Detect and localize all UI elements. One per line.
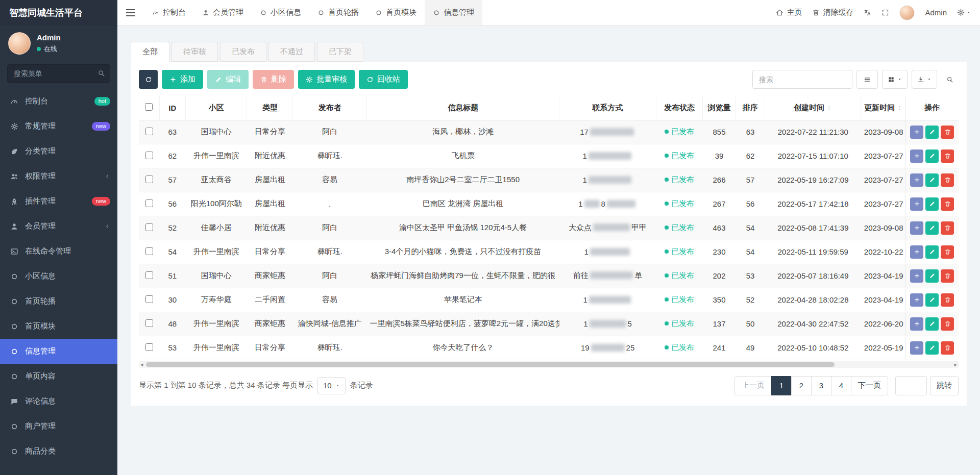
row-edit-button[interactable] <box>925 269 939 283</box>
row-checkbox[interactable] <box>145 271 153 279</box>
sidebar-item[interactable]: 小区信息 <box>0 264 117 289</box>
row-delete-button[interactable] <box>941 126 954 139</box>
settings-button[interactable] <box>957 9 971 16</box>
add-button[interactable]: 添加 <box>162 70 203 89</box>
filter-tab[interactable]: 已发布 <box>220 42 266 62</box>
sidebar-item[interactable]: 控制台hot <box>0 89 117 114</box>
topnav-tab[interactable]: 首页模块 <box>367 0 425 25</box>
row-edit-button[interactable] <box>925 293 939 307</box>
refresh-button[interactable] <box>139 70 158 89</box>
filter-tab[interactable]: 不通过 <box>268 42 315 62</box>
sidebar-item[interactable]: 信息管理 <box>0 339 117 364</box>
select-all-checkbox[interactable] <box>145 103 153 111</box>
row-detail-button[interactable] <box>910 197 923 211</box>
topnav-tab[interactable]: 首页轮播 <box>309 0 367 25</box>
prev-page-button[interactable]: 上一页 <box>734 376 772 395</box>
topnav-tab[interactable]: 会员管理 <box>194 0 252 25</box>
row-edit-button[interactable] <box>925 197 939 211</box>
fullscreen-button[interactable] <box>881 9 889 16</box>
sidebar-item[interactable]: 常规管理new <box>0 114 117 139</box>
row-delete-button[interactable] <box>941 293 954 307</box>
topnav-tab[interactable]: 小区信息 <box>252 0 309 25</box>
sidebar-item[interactable]: 会员管理 <box>0 214 117 239</box>
row-edit-button[interactable] <box>925 126 939 139</box>
row-checkbox[interactable] <box>145 176 153 183</box>
row-detail-button[interactable] <box>910 221 923 235</box>
edit-button[interactable]: 编辑 <box>207 70 249 89</box>
scrollbar-thumb[interactable] <box>146 362 835 367</box>
row-edit-button[interactable] <box>925 149 939 163</box>
menu-toggle-button[interactable] <box>117 0 144 26</box>
page-size-dropdown[interactable]: 10 <box>317 377 346 394</box>
row-delete-button[interactable] <box>941 269 954 283</box>
next-page-button[interactable]: 下一页 <box>851 376 888 395</box>
row-detail-button[interactable] <box>910 269 923 283</box>
sidebar-item[interactable]: 首页轮播 <box>0 289 117 314</box>
search-toggle-button[interactable] <box>941 70 959 89</box>
clear-cache-link[interactable]: 清除缓存 <box>812 8 853 17</box>
row-delete-button[interactable] <box>941 341 954 355</box>
sidebar-item[interactable]: 分类管理 <box>0 139 117 164</box>
sidebar-item[interactable]: 插件管理new <box>0 189 117 214</box>
filter-tab[interactable]: 待审核 <box>172 42 218 62</box>
row-delete-button[interactable] <box>941 173 954 187</box>
row-delete-button[interactable] <box>941 197 954 211</box>
row-detail-button[interactable] <box>910 293 923 307</box>
page-number-button[interactable]: 1 <box>771 376 792 395</box>
row-checkbox[interactable] <box>145 223 153 231</box>
row-edit-button[interactable] <box>925 245 939 259</box>
jump-button[interactable]: 跳转 <box>930 376 959 395</box>
toggle-view-button[interactable] <box>856 70 878 89</box>
delete-button[interactable]: 删除 <box>253 70 294 89</box>
row-detail-button[interactable] <box>910 245 923 259</box>
horizontal-scrollbar[interactable]: ◂ ▸ <box>139 361 959 368</box>
row-checkbox[interactable] <box>145 319 153 327</box>
row-checkbox[interactable] <box>145 343 153 351</box>
column-header[interactable]: 创建时间 <box>765 96 861 120</box>
batch-audit-button[interactable]: 批量审核 <box>298 70 355 89</box>
menu-search-input[interactable] <box>7 64 110 83</box>
sidebar-item[interactable]: 权限管理 <box>0 164 117 189</box>
row-detail-button[interactable] <box>910 317 923 331</box>
topnav-tab[interactable]: 控制台 <box>144 0 194 25</box>
row-delete-button[interactable] <box>941 317 954 331</box>
user-avatar[interactable] <box>8 32 31 55</box>
table-search-input[interactable] <box>752 70 852 89</box>
row-checkbox[interactable] <box>145 295 153 303</box>
row-detail-button[interactable] <box>910 126 923 139</box>
sidebar-item[interactable]: 商户管理 <box>0 414 117 439</box>
page-number-button[interactable]: 4 <box>831 376 851 395</box>
column-header[interactable]: 更新时间 <box>861 96 905 120</box>
page-number-button[interactable]: 3 <box>811 376 831 395</box>
row-edit-button[interactable] <box>925 173 939 187</box>
row-detail-button[interactable] <box>910 149 923 163</box>
row-checkbox[interactable] <box>145 199 153 207</box>
export-button[interactable] <box>912 70 937 89</box>
row-edit-button[interactable] <box>925 221 939 235</box>
home-link[interactable]: 主页 <box>776 8 802 17</box>
sidebar-item[interactable]: 商品分类 <box>0 439 117 464</box>
row-edit-button[interactable] <box>925 341 939 355</box>
row-detail-button[interactable] <box>910 341 923 355</box>
scroll-right-icon[interactable]: ▸ <box>954 361 957 368</box>
filter-tab[interactable]: 全部 <box>131 42 169 62</box>
row-edit-button[interactable] <box>925 317 939 331</box>
recycle-bin-button[interactable]: 回收站 <box>359 70 408 89</box>
row-checkbox[interactable] <box>145 152 153 159</box>
page-number-button[interactable]: 2 <box>791 376 812 395</box>
language-button[interactable] <box>864 9 871 16</box>
sidebar-item[interactable]: 在线命令管理 <box>0 239 117 264</box>
row-delete-button[interactable] <box>941 245 954 259</box>
navbar-avatar[interactable] <box>899 5 915 20</box>
sidebar-item[interactable]: 单页内容 <box>0 364 117 389</box>
filter-tab[interactable]: 已下架 <box>317 42 363 62</box>
topnav-tab[interactable]: 信息管理 <box>425 0 482 25</box>
row-delete-button[interactable] <box>941 221 954 235</box>
sidebar-item[interactable]: 首页模块 <box>0 314 117 339</box>
row-detail-button[interactable] <box>910 173 923 187</box>
sidebar-item[interactable]: 评论信息 <box>0 389 117 414</box>
row-checkbox[interactable] <box>145 247 153 255</box>
scroll-left-icon[interactable]: ◂ <box>140 361 143 368</box>
jump-page-input[interactable] <box>895 376 927 395</box>
row-checkbox[interactable] <box>145 128 153 135</box>
